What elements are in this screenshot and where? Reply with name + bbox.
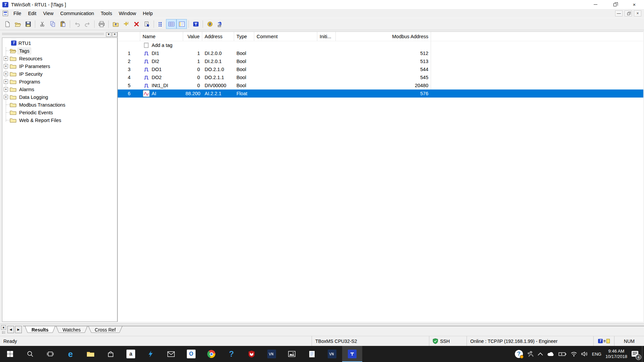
action-center-button[interactable]: 4 [629, 346, 642, 362]
output-close-button[interactable]: × [1, 325, 6, 330]
tree-item-rtu1[interactable]: T RTU1 [2, 39, 117, 47]
mdi-document-icon[interactable] [3, 11, 8, 16]
tab-results[interactable]: Results [25, 326, 55, 334]
tag-row-do1[interactable]: 3 DO1 0 DO.2.1.0 Bool 544 [118, 65, 643, 73]
tag-row-di2[interactable]: 2 DI2 1 DI.2.0.1 Bool 513 [118, 57, 643, 65]
tray-overflow-button[interactable] [536, 346, 545, 362]
undo-button[interactable] [72, 19, 82, 29]
taskbar-vnc-2[interactable] [322, 346, 342, 362]
mdi-minimize-button[interactable]: — [615, 10, 623, 16]
header-name[interactable]: Name [140, 32, 183, 41]
import-button[interactable] [110, 19, 121, 29]
redo-button[interactable] [82, 19, 93, 29]
save-button[interactable] [23, 19, 33, 29]
expand-icon[interactable]: + [4, 72, 8, 76]
mdi-close-button[interactable]: × [634, 10, 641, 16]
delete-button[interactable] [131, 19, 142, 29]
header-address[interactable]: Address [202, 32, 234, 41]
tray-onedrive-button[interactable] [545, 346, 556, 362]
taskbar-help[interactable]: ? [221, 346, 241, 362]
tray-people-button[interactable] [525, 346, 536, 362]
cut-button[interactable] [37, 19, 47, 29]
taskbar-twinsoft-active[interactable] [342, 346, 362, 362]
twinsoft-button[interactable] [191, 19, 201, 29]
menu-tools[interactable]: Tools [97, 9, 115, 18]
copy-button[interactable] [47, 19, 58, 29]
properties-button[interactable] [142, 19, 152, 29]
menu-window[interactable]: Window [115, 9, 140, 18]
tree-item-resources[interactable]: + Resources [2, 55, 117, 62]
menu-view[interactable]: View [40, 9, 57, 18]
minimize-button[interactable] [586, 0, 605, 9]
tray-language-button[interactable]: ENG [590, 346, 603, 362]
tree-item-programs[interactable]: + Programs [2, 78, 117, 85]
tray-battery-button[interactable] [556, 346, 569, 362]
tree-dock-close-button[interactable]: × [112, 32, 117, 37]
header-modbus-address[interactable]: Modbus Address [336, 32, 431, 41]
print-button[interactable] [96, 19, 107, 29]
form-view-button[interactable] [176, 19, 187, 29]
tree-item-tags[interactable]: Tags [2, 47, 117, 55]
taskbar-mcafee[interactable] [241, 346, 262, 362]
taskbar-photos[interactable] [282, 346, 302, 362]
tray-clock-button[interactable]: 9:46 AM 10/17/2018 [603, 346, 629, 362]
expand-icon[interactable]: + [4, 95, 8, 99]
new-file-button[interactable] [2, 19, 12, 29]
tray-wifi-button[interactable] [569, 346, 579, 362]
taskbar-outlook[interactable]: O [181, 346, 201, 362]
menu-communication[interactable]: Communication [57, 9, 98, 18]
taskbar-store[interactable] [101, 346, 121, 362]
tree-dock-gripper[interactable]: ▾ × [2, 32, 117, 37]
restore-button[interactable] [605, 0, 625, 9]
header-type[interactable]: Type [234, 32, 254, 41]
tray-help-button[interactable]: ? [513, 346, 525, 362]
download-button[interactable] [215, 19, 225, 29]
tag-row-do2[interactable]: 4 DO2 0 DO.2.1.1 Bool 545 [118, 73, 643, 81]
tab-scroll-left-button[interactable]: ◀ [7, 326, 14, 333]
menu-edit[interactable]: Edit [24, 9, 40, 18]
tree-item-ip-parameters[interactable]: + IP Parameters [2, 62, 117, 70]
output-gripper[interactable] [2, 331, 5, 334]
tree-item-alarms[interactable]: + Alarms [2, 85, 117, 93]
paste-button[interactable] [58, 19, 68, 29]
tag-row-di1[interactable]: 1 DI1 1 DI.2.0.0 Bool 512 [118, 49, 643, 57]
expand-icon[interactable]: + [4, 56, 8, 61]
header-comment[interactable]: Comment [254, 32, 317, 41]
menu-file[interactable]: File [10, 9, 24, 18]
tree-item-modbus-transactions[interactable]: Modbus Transactions [2, 101, 117, 109]
taskbar-file-explorer[interactable] [80, 346, 101, 362]
tab-watches[interactable]: Watches [56, 326, 88, 334]
tree-dock-menu-button[interactable]: ▾ [106, 32, 111, 37]
tree-item-data-logging[interactable]: + Data Logging [2, 93, 117, 101]
search-button[interactable] [20, 346, 40, 362]
tree-item-ip-security[interactable]: + IP Security [2, 70, 117, 78]
expand-icon[interactable]: + [4, 64, 8, 68]
tree-item-web-report-files[interactable]: Web & Report Files [2, 116, 117, 124]
taskbar-mail[interactable] [161, 346, 181, 362]
header-value[interactable]: Value [183, 32, 202, 41]
close-button[interactable]: × [625, 0, 644, 9]
new-tag-button[interactable] [121, 19, 131, 29]
task-view-button[interactable] [40, 346, 60, 362]
tray-volume-button[interactable] [579, 346, 590, 362]
tag-row-ai-selected[interactable]: 6 AI 88.200 AI.2.2.1 Float 576 [118, 89, 643, 98]
taskbar-notepad[interactable] [302, 346, 322, 362]
grid-view-button[interactable] [166, 19, 176, 29]
taskbar-chrome[interactable] [201, 346, 221, 362]
tag-row-int1-di[interactable]: 5 INt1_DI 0 DIV00000 Bool 20480 [118, 81, 643, 89]
expand-icon[interactable]: + [4, 87, 8, 92]
tree-item-periodic-events[interactable]: Periodic Events [2, 109, 117, 116]
header-initial[interactable]: Initi... [317, 32, 336, 41]
mdi-restore-button[interactable] [625, 10, 632, 16]
tab-scroll-right-button[interactable]: ▶ [15, 326, 22, 333]
taskbar-amazon[interactable]: a [121, 346, 141, 362]
tab-cross-ref[interactable]: Cross Ref [88, 326, 122, 334]
taskbar-lightning-app[interactable] [141, 346, 161, 362]
send-button[interactable] [205, 19, 215, 29]
show-desktop-button[interactable] [642, 346, 644, 362]
open-file-button[interactable] [12, 19, 23, 29]
menu-help[interactable]: Help [140, 9, 156, 18]
taskbar-vnc[interactable] [262, 346, 282, 362]
taskbar-edge[interactable]: e [60, 346, 80, 362]
list-view-button[interactable] [156, 19, 166, 29]
